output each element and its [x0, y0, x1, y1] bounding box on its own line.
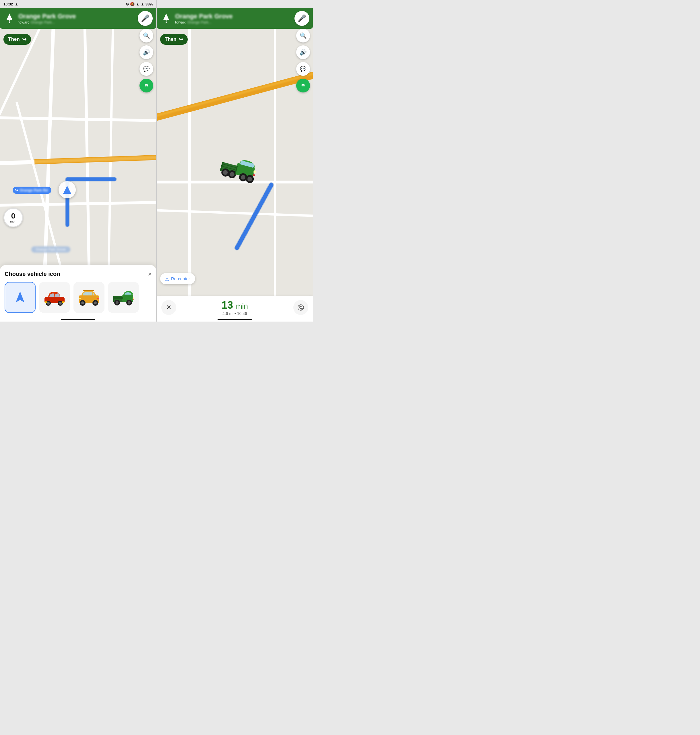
nav-eta: 10:46 [237, 311, 247, 316]
chat-icon-left: 💬 [143, 66, 150, 72]
svg-line-28 [237, 185, 271, 248]
recenter-label: Re-center [171, 276, 190, 281]
then-arrow-left: ↪ [22, 36, 26, 43]
svg-rect-16 [97, 298, 99, 299]
time-left: 10:32 [3, 2, 13, 6]
recenter-icon: △ [165, 276, 169, 281]
home-indicator-left [61, 319, 95, 320]
up-arrow-left [7, 13, 12, 20]
green-truck-icon [112, 288, 135, 307]
nav-time-display: 13 min [176, 299, 293, 311]
nav-marker-left [59, 181, 76, 198]
svg-rect-15 [79, 298, 81, 299]
vehicle-chooser-header: Choose vehicle icon × [4, 271, 151, 277]
nav-marker-circle [59, 181, 76, 198]
map-buttons-left: 🔍 🔊 💬 [140, 29, 153, 93]
then-label-left: Then [8, 37, 20, 42]
vehicle-option-red-car[interactable] [39, 282, 70, 313]
chat-btn-left[interactable]: 💬 [140, 62, 153, 76]
vehicle-options [4, 282, 151, 313]
sound-btn-right[interactable]: 🔊 [296, 46, 310, 59]
search-btn-right[interactable]: 🔍 [296, 29, 310, 43]
arrow-dots-right [166, 21, 167, 23]
spotify-btn-right[interactable] [296, 79, 310, 93]
gray-road-r2 [157, 209, 313, 217]
nav-header-right: Orange Park Grove toward Orange Park... … [157, 8, 313, 29]
svg-rect-14 [83, 290, 94, 291]
mic-button-right[interactable]: 🎤 [294, 11, 309, 26]
then-badge-right: Then ↪ [160, 34, 188, 45]
svg-point-47 [300, 83, 306, 88]
right-panel: 10:33 ▲ ⊙ 🔕 ▲ ▲ 38% [157, 0, 313, 321]
truck-svg [216, 152, 260, 189]
search-icon-left: 🔍 [143, 32, 150, 39]
nav-main-street-right: Orange Park Grove [175, 13, 291, 20]
arrow-dots-left [9, 21, 10, 23]
vehicle-option-arrow[interactable] [4, 282, 35, 313]
svg-rect-27 [132, 299, 134, 300]
orange-road-right2 [157, 65, 313, 125]
svg-point-6 [59, 302, 62, 305]
speed-value: 0 [11, 212, 15, 219]
svg-point-48 [298, 305, 304, 310]
vehicle-chooser-close[interactable]: × [148, 271, 151, 277]
red-car-icon [43, 289, 66, 306]
svg-point-0 [144, 83, 149, 88]
svg-marker-1 [16, 292, 24, 302]
nav-time-unit: min [236, 302, 248, 310]
nav-direction-icon-left [3, 12, 16, 24]
route-road-left [34, 155, 156, 164]
battery-left: 38% [146, 2, 153, 6]
road-h3 [0, 201, 156, 206]
svg-point-11 [81, 302, 84, 304]
navigation-indicator-left: ▲ [15, 2, 18, 6]
orange-road-right [157, 68, 313, 128]
bottom-nav-bar: ✕ 13 min 4.6 mi • 10:46 [157, 296, 313, 321]
chat-btn-right[interactable]: 💬 [296, 62, 310, 76]
route-options-icon [297, 304, 304, 311]
map-street-label: ↪ Orange Park Rd [13, 187, 51, 194]
signal-icon-left: ▲ [141, 2, 144, 6]
mic-icon-right: 🎤 [298, 14, 306, 22]
chat-icon-right: 💬 [300, 66, 306, 72]
then-arrow-right: ↪ [179, 36, 183, 43]
sound-icon-right: 🔊 [300, 49, 307, 56]
search-btn-left[interactable]: 🔍 [140, 29, 153, 43]
nav-toward-left: toward Orange Park... [18, 20, 135, 24]
nav-street-info-right: Orange Park Grove toward Orange Park... [175, 13, 291, 24]
bottom-street-label: Orange Park Grove [31, 246, 70, 253]
nav-toward-right: toward Orange Park... [175, 20, 291, 24]
street-label-text: Orange Park Rd [20, 188, 48, 192]
nav-distance: 4.6 mi [222, 311, 233, 316]
spotify-icon-left [143, 82, 150, 89]
svg-point-22 [128, 301, 131, 304]
svg-rect-25 [113, 296, 114, 302]
nav-street-info-left: Orange Park Grove toward Orange Park... [18, 13, 135, 24]
mute-icon-left: 🔕 [130, 2, 135, 6]
svg-point-13 [94, 302, 97, 304]
then-badge-left: Then ↪ [3, 34, 31, 45]
truck-vehicle [216, 152, 260, 190]
speed-badge: 0 mph [3, 208, 23, 227]
svg-rect-7 [44, 302, 47, 303]
recenter-button[interactable]: △ Re-center [160, 273, 195, 284]
spotify-btn-left[interactable] [140, 79, 153, 93]
speed-unit: mph [10, 219, 16, 223]
spotify-icon-right [300, 82, 306, 89]
map-buttons-right: 🔍 🔊 💬 [296, 29, 310, 93]
vehicle-option-green-truck[interactable] [108, 282, 139, 313]
nav-separator: • [234, 311, 237, 316]
close-nav-button[interactable]: ✕ [161, 300, 176, 315]
gray-road-rv2 [274, 8, 276, 321]
svg-point-20 [116, 301, 119, 304]
route-options-button[interactable] [293, 300, 308, 315]
nav-info-center: 13 min 4.6 mi • 10:46 [176, 299, 293, 316]
mic-button-left[interactable]: 🎤 [138, 11, 153, 26]
nav-direction-arrow [63, 186, 71, 194]
svg-rect-26 [132, 298, 134, 299]
sound-btn-left[interactable]: 🔊 [140, 46, 153, 59]
left-panel: 10:32 ▲ ⊙ 🔕 ▲ ▲ 38% [0, 0, 156, 321]
vehicle-option-yellow-suv[interactable] [74, 282, 104, 313]
svg-rect-8 [62, 302, 65, 303]
street-turn-icon: ↪ [15, 188, 18, 192]
